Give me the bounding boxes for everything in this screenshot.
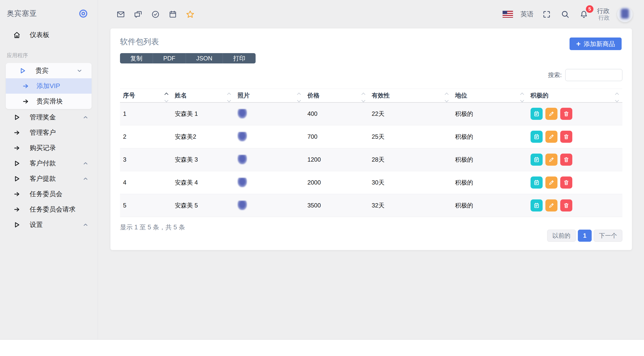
detail-button[interactable] (531, 108, 543, 120)
delete-button[interactable] (560, 131, 572, 143)
cell-status: 积极的 (452, 102, 528, 125)
export-button-group: 复制 PDF JSON 打印 (120, 53, 256, 63)
print-button[interactable]: 打印 (223, 53, 256, 63)
sort-asc-icon (520, 93, 524, 97)
sidebar-item-settings[interactable]: 设置 (0, 217, 98, 232)
table-row: 2 安森美2 700 25天 积极的 (120, 125, 622, 148)
pdf-button[interactable]: PDF (153, 53, 186, 63)
column-header-status[interactable]: 地位 (452, 89, 528, 102)
flag-us-icon[interactable] (503, 11, 513, 18)
edit-button[interactable] (545, 199, 557, 211)
mail-icon[interactable] (115, 9, 126, 20)
arrow-right-icon (13, 129, 21, 136)
column-header-sn[interactable]: 序号 (120, 89, 172, 102)
cell-sn: 3 (120, 148, 172, 171)
sidebar-item-customer-withdrawals[interactable]: 客户提款 (0, 171, 98, 186)
package-photo (237, 155, 247, 164)
column-header-name[interactable]: 姓名 (172, 89, 235, 102)
home-icon (13, 31, 21, 39)
chevron-down-icon (76, 68, 83, 74)
cell-price: 400 (304, 102, 369, 125)
table-search: 搜索: (120, 69, 622, 81)
notifications-button[interactable]: 5 (578, 9, 589, 20)
detail-button[interactable] (531, 199, 543, 211)
package-photo (237, 109, 247, 119)
cell-validity: 25天 (369, 125, 452, 148)
cell-status: 积极的 (452, 194, 528, 217)
sidebar-item-add-vip[interactable]: 添加VIP (6, 78, 92, 94)
brand-title: 奥宾塞亚 (7, 9, 37, 19)
column-header-photo[interactable]: 照片 (234, 89, 304, 102)
star-icon[interactable] (185, 9, 196, 20)
search-input[interactable] (565, 69, 622, 81)
play-triangle-icon (18, 67, 27, 74)
sidebar-item-dashboard[interactable]: 仪表板 (0, 27, 98, 43)
cell-sn: 5 (120, 194, 172, 217)
chat-icon[interactable] (133, 9, 144, 20)
search-icon[interactable] (560, 9, 571, 20)
cell-actions (528, 125, 622, 148)
cell-name: 安森美 5 (172, 194, 235, 217)
column-header-validity[interactable]: 有效性 (369, 89, 452, 102)
delete-button[interactable] (560, 176, 572, 189)
check-circle-icon[interactable] (150, 9, 161, 20)
sidebar-item-task-committee[interactable]: 任务委员会 (0, 186, 98, 202)
sidebar-item-purchase-history[interactable]: 购买记录 (0, 140, 98, 156)
page-1-button[interactable]: 1 (578, 230, 592, 242)
user-menu[interactable]: 行政 行政 (597, 7, 610, 21)
topbar-right: 英语 5 行政 行政 (503, 7, 633, 22)
sidebar: 奥宾塞亚 仪表板 应用程序 贵宾 (0, 0, 98, 339)
edit-button[interactable] (545, 131, 557, 143)
avatar[interactable] (617, 7, 633, 22)
detail-button[interactable] (531, 131, 543, 143)
next-page-button[interactable]: 下一个 (594, 230, 622, 242)
sort-asc-icon (445, 93, 449, 97)
topbar: 英语 5 行政 行政 (98, 0, 644, 28)
edit-button[interactable] (545, 176, 557, 189)
edit-button[interactable] (545, 154, 557, 166)
delete-button[interactable] (560, 199, 572, 211)
sort-desc-icon (164, 98, 168, 102)
column-header-price[interactable]: 价格 (304, 89, 369, 102)
sidebar-item-label: 任务委员会请求 (30, 205, 75, 214)
cell-status: 积极的 (452, 171, 528, 194)
detail-button[interactable] (531, 176, 543, 189)
delete-button[interactable] (560, 154, 572, 166)
edit-button[interactable] (545, 108, 557, 120)
package-list-card: 软件包列表 复制 PDF JSON 打印 + 添加新商品 搜索: 序号 (110, 28, 632, 250)
sidebar-toggle-icon[interactable] (77, 8, 89, 19)
sidebar-item-vip-slider[interactable]: 贵宾滑块 (6, 94, 92, 109)
json-button[interactable]: JSON (186, 53, 223, 63)
chevron-up-icon (83, 222, 89, 228)
cell-actions (528, 171, 622, 194)
language-label[interactable]: 英语 (520, 10, 534, 19)
table-summary: 显示 1 至 5 条，共 5 条 (120, 223, 185, 231)
cell-actions (528, 148, 622, 171)
calendar-icon[interactable] (167, 9, 178, 20)
package-photo (237, 201, 247, 210)
user-name: 行政 (597, 7, 610, 15)
sidebar-item-manage-bonus[interactable]: 管理奖金 (0, 110, 98, 125)
sort-asc-icon (227, 93, 231, 97)
cell-name: 安森美2 (172, 125, 235, 148)
package-photo (237, 178, 247, 187)
cell-actions (528, 194, 622, 217)
cell-photo (234, 102, 304, 125)
copy-button[interactable]: 复制 (120, 53, 153, 63)
column-header-actions[interactable]: 积极的 (528, 89, 622, 102)
add-new-product-button[interactable]: + 添加新商品 (570, 38, 622, 50)
cell-validity: 22天 (369, 102, 452, 125)
detail-button[interactable] (531, 154, 543, 166)
sort-asc-icon (615, 93, 619, 97)
fullscreen-icon[interactable] (541, 9, 552, 20)
cell-name: 安森美 1 (172, 102, 235, 125)
sidebar-item-task-committee-requests[interactable]: 任务委员会请求 (0, 202, 98, 217)
arrow-right-icon (22, 98, 29, 105)
sidebar-group-vip: 贵宾 添加VIP 贵宾滑块 (6, 63, 92, 109)
delete-button[interactable] (560, 108, 572, 120)
sidebar-item-vip[interactable]: 贵宾 (6, 63, 92, 78)
previous-page-button[interactable]: 以前的 (547, 230, 576, 242)
sidebar-item-manage-customers[interactable]: 管理客户 (0, 125, 98, 140)
sidebar-item-customer-payments[interactable]: 客户付款 (0, 156, 98, 171)
table-row: 1 安森美 1 400 22天 积极的 (120, 102, 622, 125)
